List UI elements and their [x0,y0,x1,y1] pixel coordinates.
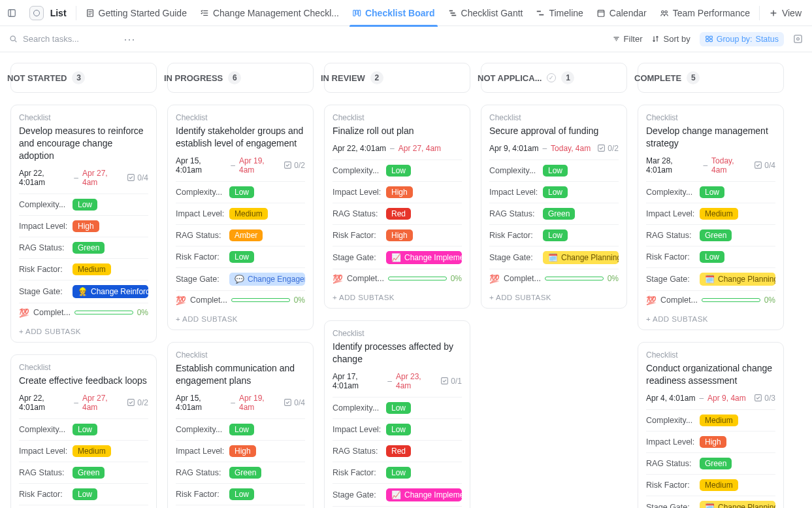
add-subtask-button[interactable]: + ADD SUBTASK [176,310,305,324]
check-circle-icon: ✓ [547,73,556,82]
kanban-board: NOT STARTED3 Checklist Develop measures … [0,52,812,508]
task-card[interactable]: Checklist Develop measures to reinforce … [10,105,157,343]
field-label-risk: Risk Factor: [19,490,73,499]
subtask-count: 0/2 [597,144,619,153]
field-label-complexity: Complexity... [176,425,229,434]
filter-button[interactable]: Filter [612,34,643,44]
tab-timeline[interactable]: Timeline [529,0,589,26]
subtask-count: 0/2 [284,161,305,170]
filter-label: Filter [624,34,643,44]
rag-pill: Green [543,208,575,220]
field-label-stage: Stage Gate: [333,490,386,500]
task-card[interactable]: Checklist Finalize roll out plan Apr 22,… [324,105,470,309]
field-label-stage: Stage Gate: [19,287,73,296]
collapse-sidebar-button[interactable] [4,5,20,22]
task-title: Secure approval of funding [489,125,619,137]
start-date: Apr 22, 4:01am [333,144,386,153]
tab-label: Change Management Checkl... [213,8,339,18]
add-subtask-button[interactable]: + ADD SUBTASK [646,310,775,324]
sortby-button[interactable]: Sort by [651,34,690,44]
tab-doc[interactable]: Getting Started Guide [79,0,193,26]
settings-icon[interactable] [793,34,803,44]
field-label-impact: Impact Level: [176,447,229,456]
tab-label: Timeline [549,8,583,18]
svg-point-4 [10,36,15,41]
completion-row: 💯 Complet... 0% [489,269,619,288]
column-header[interactable]: IN PROGRESS6 [167,63,314,93]
groupby-value: Status [756,35,779,44]
breadcrumb: Checklist [489,113,619,122]
tab-calendar[interactable]: Calendar [590,0,653,26]
tab-board[interactable]: Checklist Board [346,0,442,26]
field-label-stage: Stage Gate: [176,275,229,284]
due-date: Apr 9, 4am [707,394,746,403]
task-card[interactable]: Checklist Develop change management stra… [638,105,784,330]
progress-percent: 0% [137,308,148,317]
field-label-completion: Complet... [504,274,541,283]
risk-pill: Low [386,467,411,479]
add-subtask-button[interactable]: + ADD SUBTASK [333,288,462,303]
rag-pill: Green [700,229,732,241]
subtask-count: 0/3 [754,394,775,403]
tab-team[interactable]: Team Performance [653,0,756,26]
date-row: Apr 17, 4:01am – Apr 23, 4am 0/1 [333,372,462,390]
subtask-icon [284,398,292,407]
column-header[interactable]: IN REVIEW2 [324,63,470,93]
stage-pill: 💬Change Engagement [229,273,305,286]
breadcrumb: Checklist [19,363,148,372]
field-label-complexity: Complexity... [646,188,700,197]
svg-rect-12 [709,39,712,41]
field-label-impact: Impact Level: [333,188,386,197]
date-row: Apr 22, 4:01am – Apr 27, 4am [333,144,462,153]
impact-pill: High [229,445,256,457]
search-input[interactable] [22,33,113,44]
hundred-icon: 💯 [176,296,186,305]
date-row: Apr 22, 4:01am – Apr 27, 4am 0/2 [19,394,148,412]
stage-pill: 🗓️Change Planning [543,251,619,264]
list-name-tab[interactable]: List [23,0,73,26]
start-date: Apr 15, 4:01am [176,156,227,175]
add-subtask-button[interactable]: + ADD SUBTASK [489,288,619,303]
risk-pill: Medium [700,479,738,491]
field-label-completion: Complet... [33,308,71,317]
task-title: Establish communication and en­gagement … [176,362,305,387]
field-label-stage: Stage Gate: [333,253,386,262]
field-label-impact: Impact Level: [176,209,229,218]
list-name-label: List [50,8,67,18]
stage-pill: 📈Change Implementation [386,488,462,501]
add-view-button[interactable]: View [762,0,808,26]
groupby-button[interactable]: Group by: Status [700,32,784,46]
start-date: Apr 4, 4:01am [646,394,695,403]
field-label-complexity: Complexity... [176,188,229,197]
field-label-risk: Risk Factor: [646,481,700,490]
field-label-rag: RAG Status: [489,209,543,218]
tab-gantt[interactable]: Checklist Gantt [442,0,530,26]
task-title: Develop change management strategy [646,125,775,150]
due-date: Apr 27, 4am [82,394,123,412]
impact-pill: High [73,220,99,232]
tab-checklist[interactable]: Change Management Checkl... [193,0,346,26]
subtask-count: 0/1 [440,377,462,386]
due-date: Apr 27, 4am [398,144,441,153]
impact-pill: High [700,436,726,448]
completion-row: 💯 Complet... 0% [333,269,462,288]
progress-bar [74,311,133,314]
task-card[interactable]: Checklist Identify processes affected by… [324,320,470,508]
column-header[interactable]: NOT APPLICA...✓1 [481,63,627,93]
task-card[interactable]: Checklist Establish communication and en… [167,342,314,508]
breadcrumb: Checklist [176,350,305,360]
risk-pill: Low [543,229,568,241]
task-card[interactable]: Checklist Create effective feedback loop… [10,354,157,508]
subtask-count: 0/4 [284,398,305,407]
add-subtask-button[interactable]: + ADD SUBTASK [19,322,148,337]
column-header[interactable]: NOT STARTED3 [10,63,157,93]
date-row: Mar 28, 4:01am – Today, 4am 0/4 [646,156,775,175]
task-card[interactable]: Checklist Secure approval of funding Apr… [481,105,627,309]
rag-pill: Green [229,467,261,479]
column-header[interactable]: COMPLETE5 [638,63,784,93]
more-options-button[interactable]: ⋯ [123,32,136,46]
board-toolbar: ⋯ Filter Sort by Group by: Status [0,26,812,52]
task-card[interactable]: Checklist Conduct organizational change … [638,342,784,508]
task-card[interactable]: Checklist Identify stakeholder groups an… [167,105,314,330]
subtask-icon [597,144,606,152]
